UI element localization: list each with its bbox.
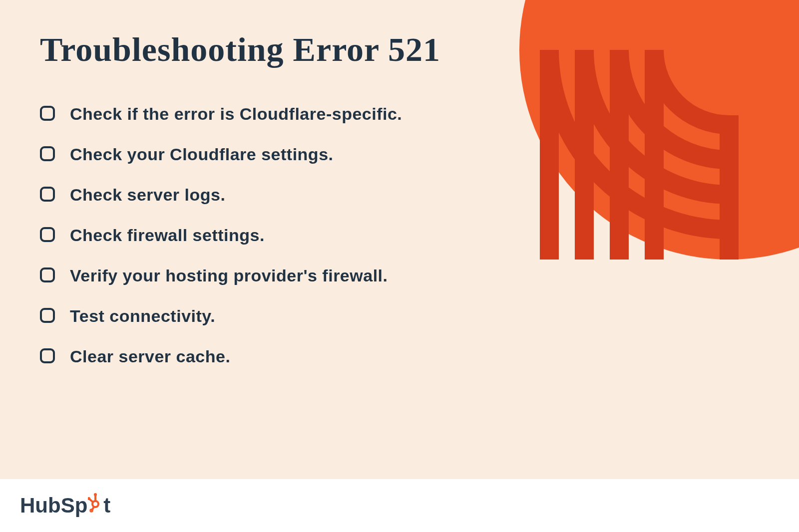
checkbox-icon: [40, 348, 55, 363]
brand-text-part1: HubSp: [20, 494, 87, 518]
checkbox-icon: [40, 106, 55, 121]
decorative-graphic: [519, 0, 799, 260]
hubspot-logo: HubSp t: [20, 494, 110, 518]
sprocket-icon: [88, 493, 103, 518]
arcs-icon: [519, 0, 799, 260]
checkbox-icon: [40, 308, 55, 323]
list-item-label: Test connectivity.: [70, 306, 215, 326]
list-item: Verify your hosting provider's firewall.: [40, 266, 759, 285]
list-item-label: Verify your hosting provider's firewall.: [70, 266, 388, 285]
list-item-label: Check your Cloudflare settings.: [70, 145, 334, 164]
checkbox-icon: [40, 146, 55, 161]
list-item: Clear server cache.: [40, 347, 759, 366]
list-item-label: Check if the error is Cloudflare-specifi…: [70, 104, 402, 124]
checkbox-icon: [40, 267, 55, 282]
footer: HubSp t: [0, 479, 799, 532]
checkbox-icon: [40, 227, 55, 242]
list-item-label: Check firewall settings.: [70, 226, 265, 245]
checkbox-icon: [40, 187, 55, 202]
list-item: Test connectivity.: [40, 306, 759, 326]
list-item-label: Check server logs.: [70, 185, 225, 205]
svg-point-6: [94, 493, 97, 496]
brand-text-part2: t: [103, 494, 110, 518]
list-item-label: Clear server cache.: [70, 347, 230, 366]
content-area: Troubleshooting Error 521 Check if the e…: [0, 0, 799, 479]
